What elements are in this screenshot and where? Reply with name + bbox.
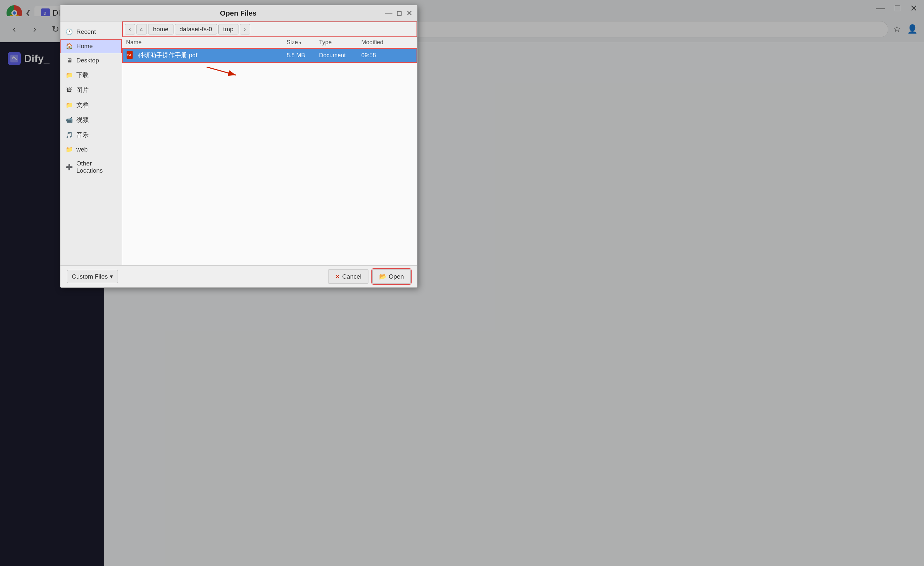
dialog-sidebar: 🕐 Recent 🏠 Home 🖥 Desktop 📁 下载 🖼 图片 [60, 21, 122, 265]
sidebar-item-desktop[interactable]: 🖥 Desktop [60, 53, 122, 68]
sidebar-item-pictures[interactable]: 🖼 图片 [60, 83, 122, 98]
documents-icon: 📁 [65, 101, 73, 109]
filter-dropdown-icon: ▾ [110, 273, 113, 280]
col-header-size: Size [286, 39, 298, 46]
filter-label: Custom Files [72, 273, 108, 280]
col-header-name: Name [126, 39, 286, 46]
file-list-header: Name Size ▾ Type Modified [122, 37, 417, 48]
sidebar-item-home[interactable]: 🏠 Home [60, 39, 122, 53]
sidebar-item-downloads[interactable]: 📁 下载 [60, 68, 122, 83]
col-header-modified: Modified [361, 39, 413, 46]
file-name-cell: PDF 科研助手操作手册.pdf [126, 51, 286, 60]
dialog-window-controls: — □ ✕ [386, 9, 412, 18]
other-locations-icon: ➕ [65, 163, 73, 171]
file-modified: 09:58 [361, 52, 413, 59]
svg-text:PDF: PDF [127, 54, 132, 56]
pictures-icon: 🖼 [65, 86, 73, 94]
downloads-icon: 📁 [65, 71, 73, 79]
sidebar-item-music[interactable]: 🎵 音乐 [60, 128, 122, 142]
pdf-file-icon: PDF [126, 51, 135, 60]
dialog-title: Open Files [91, 9, 386, 18]
sidebar-item-pictures-label: 图片 [76, 86, 89, 94]
path-forward-button[interactable]: › [240, 24, 250, 35]
sidebar-item-documents-label: 文档 [76, 101, 89, 109]
music-icon: 🎵 [65, 131, 73, 139]
open-icon: 📂 [379, 273, 387, 280]
sidebar-item-desktop-label: Desktop [76, 57, 99, 64]
home-icon: 🏠 [65, 42, 73, 50]
videos-icon: 📹 [65, 116, 73, 124]
dialog-close-button[interactable]: ✕ [406, 9, 412, 18]
dialog-minimize-button[interactable]: — [386, 9, 393, 18]
file-row[interactable]: PDF 科研助手操作手册.pdf 8.8 MB Document 09:58 [122, 48, 417, 63]
web-icon: 📁 [65, 146, 73, 154]
file-size: 8.8 MB [286, 52, 319, 59]
col-header-type: Type [319, 39, 361, 46]
cancel-icon: ✕ [335, 273, 340, 280]
open-label: Open [389, 273, 404, 280]
sidebar-item-videos-label: 视频 [76, 116, 89, 124]
sidebar-item-web-label: web [76, 146, 88, 153]
filter-dropdown[interactable]: Custom Files ▾ [67, 270, 118, 283]
recent-icon: 🕐 [65, 28, 73, 36]
file-type: Document [319, 52, 361, 59]
open-button[interactable]: 📂 Open [372, 269, 411, 284]
sidebar-item-videos[interactable]: 📹 视频 [60, 113, 122, 128]
sidebar-item-other-locations-label: Other Locations [76, 160, 117, 174]
cancel-label: Cancel [342, 273, 361, 280]
dialog-main: ‹ ⌂ home dataset-fs-0 tmp › Name Size ▾ … [122, 21, 417, 265]
file-list-body: PDF 科研助手操作手册.pdf 8.8 MB Document 09:58 [122, 48, 417, 265]
path-crumb-dataset[interactable]: dataset-fs-0 [175, 24, 217, 35]
path-crumb-home[interactable]: home [148, 24, 174, 35]
path-home-button[interactable]: ⌂ [136, 24, 147, 35]
path-back-button[interactable]: ‹ [125, 24, 135, 35]
path-crumb-tmp[interactable]: tmp [218, 24, 238, 35]
dialog-body: 🕐 Recent 🏠 Home 🖥 Desktop 📁 下载 🖼 图片 [60, 21, 417, 265]
cancel-button[interactable]: ✕ Cancel [328, 269, 368, 284]
sidebar-item-web[interactable]: 📁 web [60, 142, 122, 157]
dialog-titlebar: Open Files — □ ✕ [60, 5, 417, 21]
sidebar-item-recent[interactable]: 🕐 Recent [60, 25, 122, 39]
dialog-maximize-button[interactable]: □ [398, 9, 402, 18]
path-bar: ‹ ⌂ home dataset-fs-0 tmp › [122, 21, 417, 37]
sidebar-item-home-label: Home [76, 42, 93, 50]
desktop-icon: 🖥 [65, 57, 73, 65]
sidebar-item-music-label: 音乐 [76, 131, 89, 139]
col-sort-icon: ▾ [299, 40, 302, 45]
col-header-size-wrapper: Size ▾ [286, 39, 319, 46]
sidebar-item-recent-label: Recent [76, 28, 96, 35]
dialog-footer: Custom Files ▾ ✕ Cancel 📂 Open [60, 265, 417, 288]
sidebar-item-other-locations[interactable]: ➕ Other Locations [60, 157, 122, 178]
open-files-dialog: Open Files — □ ✕ 🕐 Recent 🏠 Home 🖥 Deskt… [60, 5, 417, 288]
sidebar-item-downloads-label: 下载 [76, 71, 89, 79]
file-name: 科研助手操作手册.pdf [138, 51, 198, 60]
sidebar-item-documents[interactable]: 📁 文档 [60, 98, 122, 113]
